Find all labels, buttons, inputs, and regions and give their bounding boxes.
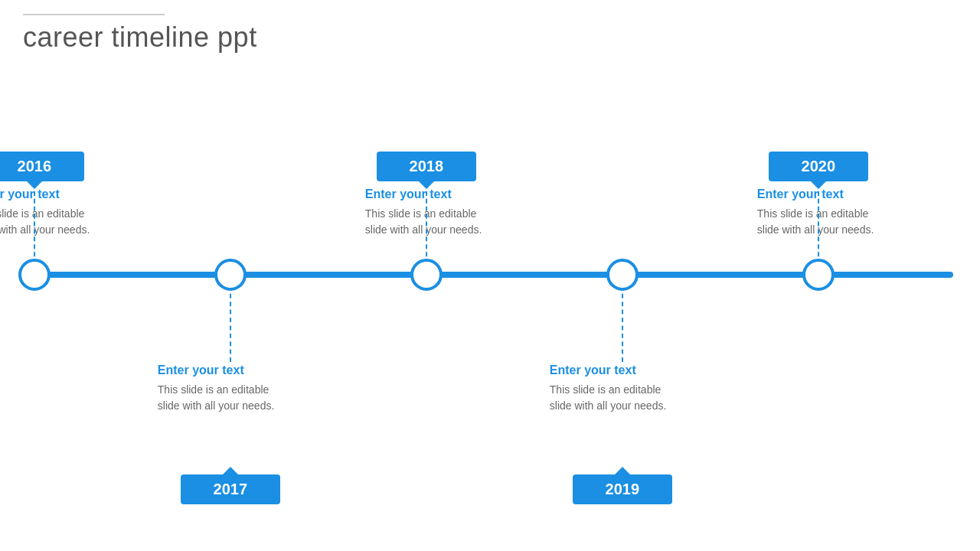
text-block-2019: Enter your text This slide is an editabl… bbox=[550, 364, 710, 414]
timeline-container: 2016 Enter your text This slide is an ed… bbox=[0, 69, 980, 497]
year-badge-2020: 2020 bbox=[769, 152, 868, 181]
entry-title-2017: Enter your text bbox=[158, 364, 318, 377]
entry-title-2020: Enter your text bbox=[757, 187, 910, 201]
entry-body-2019: This slide is an editableslide with all … bbox=[550, 382, 710, 414]
year-badge-2016: 2016 bbox=[0, 152, 84, 181]
entry-title-2016: Enter your text bbox=[0, 187, 126, 201]
entry-title-2019: Enter your text bbox=[550, 364, 710, 377]
node-2018 bbox=[410, 259, 443, 291]
entry-body-2016: This slide is an editableslide with all … bbox=[0, 206, 126, 238]
node-2017 bbox=[214, 259, 247, 291]
node-2016 bbox=[18, 259, 51, 291]
entry-body-2018: This slide is an editableslide with all … bbox=[365, 206, 518, 238]
header-decoration bbox=[23, 14, 165, 15]
page-title: career timeline ppt bbox=[23, 21, 957, 54]
entry-body-2017: This slide is an editableslide with all … bbox=[158, 382, 318, 414]
entry-title-2018: Enter your text bbox=[365, 187, 518, 201]
node-2020 bbox=[802, 259, 835, 291]
year-badge-2018: 2018 bbox=[377, 152, 476, 181]
year-badge-2017: 2017 bbox=[181, 474, 280, 504]
page-header: career timeline ppt bbox=[0, 0, 980, 54]
text-block-2020: Enter your text This slide is an editabl… bbox=[757, 187, 910, 238]
text-block-2017: Enter your text This slide is an editabl… bbox=[158, 364, 318, 414]
node-2019 bbox=[606, 259, 639, 291]
year-badge-2019: 2019 bbox=[573, 474, 672, 504]
entry-body-2020: This slide is an editableslide with all … bbox=[757, 206, 910, 238]
text-block-2018: Enter your text This slide is an editabl… bbox=[365, 187, 518, 238]
text-block-2016: Enter your text This slide is an editabl… bbox=[0, 187, 126, 238]
